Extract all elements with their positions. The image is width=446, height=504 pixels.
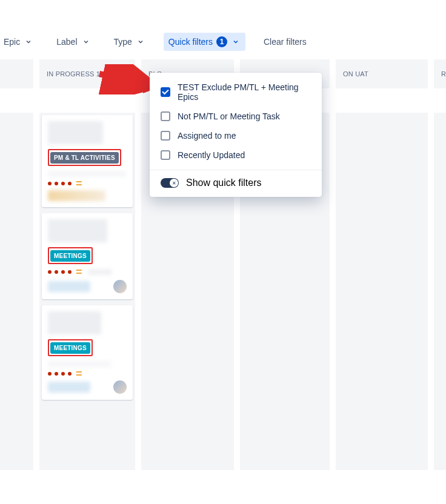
highlight-box: MEETINGS [48,247,93,264]
equals-icon: = [76,372,82,376]
quick-filters-label: Quick filters [168,37,213,47]
type-filter-label: Type [114,37,132,47]
filter-option[interactable]: Assigned to me [150,126,322,145]
column-header: REA [434,59,446,88]
card-footer [48,380,127,394]
quick-filters-count-badge: 1 [216,36,227,47]
filter-option-label: Assigned to me [178,131,236,141]
epic-filter-label: Epic [4,37,20,47]
show-quick-filters-toggle[interactable]: Show quick filters [150,170,322,197]
toggle-label: Show quick filters [186,177,262,188]
board-column: 1/1 [0,59,33,470]
filter-option-label: Recently Updated [178,150,245,160]
column-header: 1/1 [0,59,33,88]
card[interactable]: PM & TL ACTIVITIES = [42,115,133,207]
svg-line-1 [99,74,150,85]
column-body [0,113,33,470]
toggle-icon [161,178,179,188]
filter-option[interactable]: Not PM/TL or Meeting Task [150,107,322,126]
type-filter[interactable]: Type [109,33,150,50]
card-title-placeholder [48,121,103,144]
epic-tag: MEETINGS [50,342,90,354]
epic-tag: MEETINGS [50,250,90,262]
column-header: ON UAT [336,59,428,88]
priority-dots: = [48,182,127,185]
card[interactable]: MEETINGS = [42,305,133,400]
card-text-placeholder [48,361,111,367]
card-text-placeholder [48,171,127,177]
priority-dots: = [48,372,127,376]
checkbox-icon [161,111,170,121]
equals-icon: = [76,270,82,274]
card-title-placeholder [48,219,107,242]
column-body: PM & TL ACTIVITIES = MEETINGS [39,113,135,470]
quick-filters[interactable]: Quick filters 1 [164,33,245,51]
filter-option[interactable]: TEST Exclude PM/TL + Meeting Epics [150,73,322,107]
chevron-down-icon [136,37,145,47]
clear-filters[interactable]: Clear filters [259,33,311,50]
chevron-down-icon [24,37,33,47]
quick-filters-dropdown: TEST Exclude PM/TL + Meeting Epics Not P… [150,73,322,197]
checkbox-icon [161,131,170,141]
avatar [113,380,127,394]
highlight-box: MEETINGS [48,339,93,356]
priority-dots: = [48,269,127,275]
label-filter[interactable]: Label [52,33,95,50]
equals-icon: = [76,182,82,185]
column-body [336,113,428,470]
filters-toolbar: Epic Label Type Quick filters 1 Clear fi… [0,0,446,59]
card-footer [48,280,127,293]
card-title-placeholder [48,311,101,334]
label-filter-label: Label [56,37,77,47]
card-key-placeholder [48,190,105,201]
card[interactable]: MEETINGS = [42,213,133,299]
filter-option-label: Not PM/TL or Meeting Task [178,111,280,121]
card-key-placeholder [48,382,90,393]
filter-option-label: TEST Exclude PM/TL + Meeting Epics [178,82,311,102]
board-column: REA [434,59,446,470]
epic-filter[interactable]: Epic [0,33,38,50]
chevron-down-icon [231,37,241,47]
checkbox-icon [161,150,170,160]
card-key-placeholder [48,281,90,292]
epic-tag: PM & TL ACTIVITIES [50,152,119,164]
board-column: IN PROGRESS 13/13 PM & TL ACTIVITIES = [39,59,135,470]
card-text-placeholder [88,269,112,275]
chevron-down-icon [81,37,91,47]
board-column: ON UAT [336,59,428,470]
highlight-box: PM & TL ACTIVITIES [48,149,121,166]
filter-option[interactable]: Recently Updated [150,145,322,165]
column-body [434,113,446,470]
clear-filters-label: Clear filters [264,37,307,47]
avatar [113,280,127,293]
checkbox-icon [161,87,170,97]
card-footer [48,190,127,201]
